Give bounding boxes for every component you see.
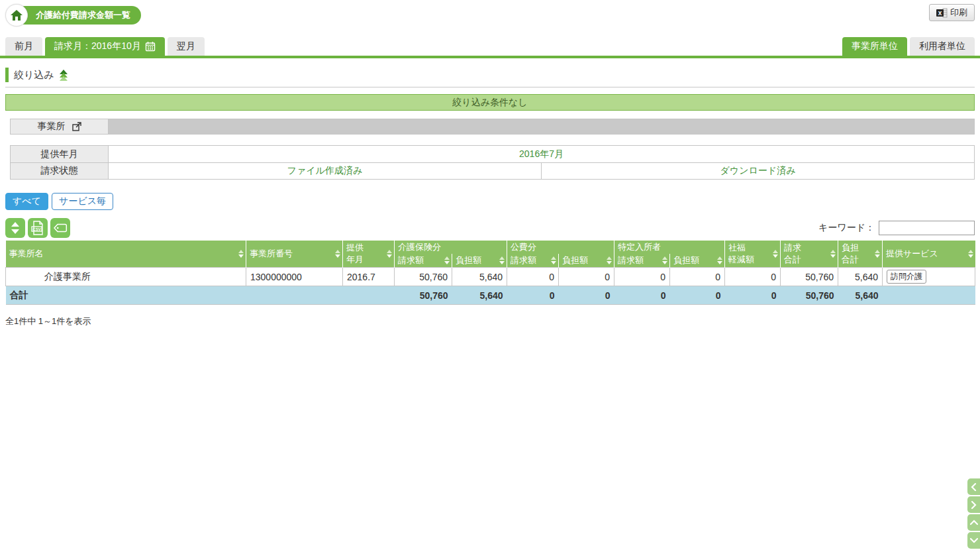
excel-icon: x: [936, 8, 948, 18]
col-provide-service[interactable]: 提供サービス: [883, 241, 975, 268]
page-title: 介護給付費請求金額一覧: [16, 6, 141, 25]
filter-info-table: 提供年月 2016年7月 請求状態 ファイル作成済み ダウンロード済み: [10, 145, 975, 180]
sort-arrows-icon[interactable]: [444, 256, 450, 264]
col-kohi-futan[interactable]: 負担額: [559, 254, 614, 268]
total-kaigo-futan: 5,640: [452, 286, 507, 305]
print-button[interactable]: x 印刷: [929, 4, 975, 21]
tab-user-unit[interactable]: 利用者単位: [910, 37, 975, 56]
chevron-up-icon: [970, 519, 978, 526]
cell-tokutei-seikyu: 0: [614, 268, 670, 286]
office-label: 事業所: [38, 121, 66, 133]
total-kohi-seikyu: 0: [507, 286, 559, 305]
cell-seikyu-total: 50,760: [781, 268, 838, 286]
sort-arrows-icon[interactable]: [387, 250, 392, 258]
scroll-up-button[interactable]: [967, 514, 980, 531]
section-accent-bar: [5, 68, 9, 82]
month-tab-bar: 前月 請求月：2016年10月 翌月 事業所単位 利用者単位: [0, 37, 980, 58]
total-service-empty: [883, 286, 975, 305]
billing-status-label: 請求状態: [11, 163, 109, 179]
tab-office-unit[interactable]: 事業所単位: [842, 37, 907, 56]
chevron-left-icon: [970, 483, 977, 491]
keyword-label: キーワード：: [818, 222, 875, 234]
print-button-label: 印刷: [950, 7, 967, 19]
col-tokutei-futan[interactable]: 負担額: [670, 254, 725, 268]
svg-text:x: x: [938, 9, 942, 17]
col-seikyu-total[interactable]: 請求 合計: [781, 241, 838, 268]
cell-provide-service: 訪問介護: [883, 268, 975, 286]
cell-provide-ym: 2016.7: [343, 268, 395, 286]
tag-button[interactable]: [50, 218, 70, 238]
total-label: 合計: [6, 286, 395, 305]
keyword-input[interactable]: [879, 221, 975, 235]
external-link-icon[interactable]: [72, 122, 81, 131]
cell-shafuku: 0: [725, 268, 781, 286]
col-office-name[interactable]: 事業所名: [6, 241, 246, 268]
sort-arrows-icon[interactable]: [238, 250, 244, 258]
scroll-down-button[interactable]: [967, 532, 980, 549]
toolbar-icon-buttons: CSV: [5, 218, 70, 238]
sort-arrows-icon[interactable]: [335, 250, 340, 258]
sort-arrows-icon[interactable]: [717, 256, 722, 264]
col-kohi-seikyu[interactable]: 請求額: [507, 254, 559, 268]
col-office-number[interactable]: 事業所番号: [246, 241, 343, 268]
sort-arrows-icon[interactable]: [968, 250, 973, 258]
billing-status-value-2[interactable]: ダウンロード済み: [541, 163, 974, 179]
sort-arrows-icon[interactable]: [875, 250, 880, 258]
sort-arrows-icon[interactable]: [551, 256, 556, 264]
tab-billing-month[interactable]: 請求月：2016年10月: [45, 37, 165, 56]
sort-arrows-icon[interactable]: [773, 250, 778, 258]
scroll-nav-arrows: [967, 478, 980, 549]
total-tokutei-seikyu: 0: [614, 286, 670, 305]
home-button[interactable]: [5, 4, 28, 27]
view-per-service-button[interactable]: サービス毎: [52, 193, 113, 210]
total-tokutei-futan: 0: [670, 286, 725, 305]
chevron-down-icon: [970, 537, 978, 544]
billing-status-value-1[interactable]: ファイル作成済み: [109, 163, 541, 179]
sort-arrows-icon[interactable]: [830, 250, 836, 258]
cell-tokutei-futan: 0: [670, 268, 725, 286]
filter-section-header: 絞り込み: [5, 65, 975, 87]
col-futan-total[interactable]: 負担 合計: [838, 241, 883, 268]
sort-arrows-icon[interactable]: [607, 256, 612, 264]
table-row[interactable]: 介護事業所 1300000000 2016.7 50,760 5,640 0 0…: [6, 268, 975, 286]
tag-icon: [53, 223, 68, 233]
group-tokutei-nyushosha: 特定入所者: [614, 241, 725, 254]
csv-export-button[interactable]: CSV: [28, 218, 48, 238]
group-kaigo-hoken: 介護保険分: [395, 241, 507, 254]
total-kohi-futan: 0: [559, 286, 614, 305]
tab-prev-month[interactable]: 前月: [5, 37, 42, 56]
col-kaigo-futan[interactable]: 負担額: [452, 254, 507, 268]
top-bar: 介護給付費請求金額一覧 x 印刷: [0, 0, 980, 28]
col-tokutei-seikyu[interactable]: 請求額: [614, 254, 670, 268]
provide-ym-value[interactable]: 2016年7月: [109, 146, 974, 162]
total-row: 合計 50,760 5,640 0 0 0 0 0 50,760 5,640: [6, 286, 975, 305]
view-all-button[interactable]: すべて: [5, 193, 48, 210]
cell-office-number: 1300000000: [246, 268, 343, 286]
sort-arrows-icon[interactable]: [662, 256, 667, 264]
cell-kaigo-seikyu: 50,760: [395, 268, 452, 286]
group-kohi: 公費分: [507, 241, 614, 254]
col-shafuku-keigen[interactable]: 社福 軽減額: [725, 241, 781, 268]
col-provide-ym[interactable]: 提供 年月: [343, 241, 395, 268]
view-mode-buttons: すべて サービス毎: [5, 193, 975, 210]
col-kaigo-seikyu[interactable]: 請求額: [395, 254, 452, 268]
scroll-left-button[interactable]: [967, 478, 980, 495]
office-filter-value-bar[interactable]: [109, 119, 974, 134]
sort-updown-icon: [10, 221, 21, 235]
cell-kohi-futan: 0: [559, 268, 614, 286]
calendar-icon: [145, 41, 156, 52]
keyword-search: キーワード：: [818, 221, 975, 238]
sort-arrows-icon[interactable]: [499, 256, 505, 264]
tab-next-month[interactable]: 翌月: [168, 37, 205, 56]
total-seikyu-total: 50,760: [781, 286, 838, 305]
sort-updown-button[interactable]: [5, 218, 25, 238]
provide-ym-row: 提供年月 2016年7月: [11, 146, 974, 162]
filter-condition-banner: 絞り込み条件なし: [5, 94, 975, 111]
cell-futan-total: 5,640: [838, 268, 883, 286]
service-badge[interactable]: 訪問介護: [887, 270, 926, 284]
office-filter-label-cell[interactable]: 事業所: [11, 119, 109, 134]
table-toolbar: CSV キーワード：: [5, 218, 975, 238]
scroll-right-button[interactable]: [967, 496, 980, 513]
collapse-filter-icon[interactable]: [60, 70, 68, 81]
billing-amount-table: 事業所名 事業所番号 提供 年月 介護保険分 公費分 特定入所者: [5, 241, 975, 305]
